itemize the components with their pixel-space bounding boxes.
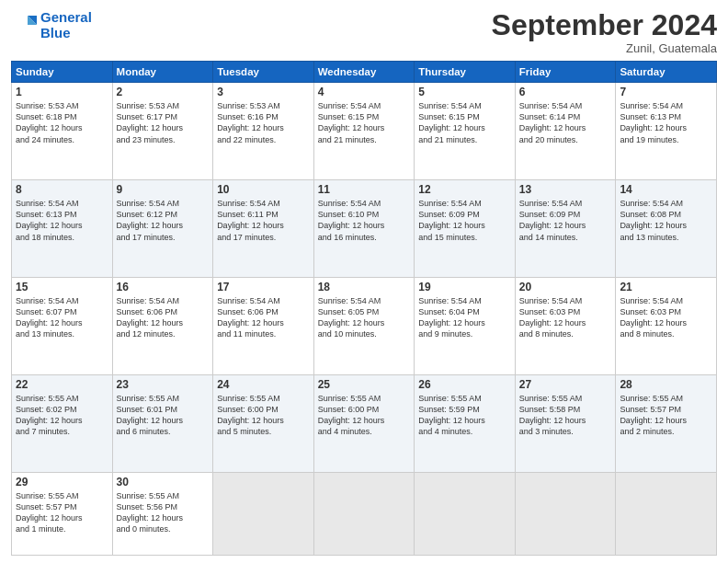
day-info-line: and 9 minutes. [418,328,511,339]
day-number: 12 [418,183,511,196]
day-info-line: Sunrise: 5:54 AM [117,295,210,306]
day-info-line: Sunset: 6:00 PM [318,404,411,415]
day-info-line: Sunrise: 5:55 AM [318,393,411,404]
day-info-line: Daylight: 12 hours [418,220,511,231]
calendar-week-2: 8Sunrise: 5:54 AMSunset: 6:13 PMDaylight… [12,180,717,278]
day-info-line: Sunrise: 5:55 AM [16,393,108,404]
day-number: 8 [16,183,108,196]
calendar-cell: 5Sunrise: 5:54 AMSunset: 6:15 PMDaylight… [415,83,516,180]
day-info-line: Daylight: 12 hours [117,122,210,133]
calendar-header-monday: Monday [112,62,213,83]
day-info-line: Sunset: 6:01 PM [117,404,210,415]
day-info-line: Sunset: 6:05 PM [318,306,411,317]
logo-text: General Blue [40,9,92,41]
calendar-cell: 27Sunrise: 5:55 AMSunset: 5:58 PMDayligh… [515,374,616,472]
day-number: 13 [519,183,612,196]
day-info-line: Sunrise: 5:54 AM [620,198,712,209]
day-number: 24 [217,378,310,391]
day-info-line: and 13 minutes. [620,232,712,243]
day-info-line: and 4 minutes. [418,426,511,437]
day-info-line: Daylight: 12 hours [519,122,612,133]
day-info-line: and 20 minutes. [519,134,612,145]
day-info-line: Daylight: 12 hours [318,317,411,328]
day-info-line: Sunset: 6:17 PM [117,111,210,122]
calendar-cell: 13Sunrise: 5:54 AMSunset: 6:09 PMDayligh… [515,180,616,278]
day-number: 29 [16,476,108,488]
day-info-line: Sunset: 6:15 PM [318,111,411,122]
day-number: 19 [418,281,511,293]
day-info-line: Daylight: 12 hours [16,415,108,426]
day-info-line: Daylight: 12 hours [418,317,511,328]
day-info-line: Sunrise: 5:54 AM [418,295,511,306]
calendar-cell: 7Sunrise: 5:54 AMSunset: 6:13 PMDaylight… [616,83,717,180]
day-info-line: Sunset: 6:18 PM [16,111,108,122]
day-info-line: Sunset: 6:11 PM [217,209,310,220]
day-info-line: Sunrise: 5:54 AM [117,198,210,209]
day-number: 1 [16,86,108,98]
day-info-line: Sunrise: 5:55 AM [620,393,712,404]
logo-blue: Blue [40,25,92,40]
day-info-line: and 7 minutes. [16,426,108,437]
day-info-line: Daylight: 12 hours [519,220,612,231]
day-info-line: and 13 minutes. [16,328,108,339]
day-info-line: Daylight: 12 hours [117,415,210,426]
day-info-line: and 0 minutes. [117,523,210,534]
day-info-line: Daylight: 12 hours [217,415,310,426]
day-info-line: Daylight: 12 hours [117,512,210,523]
calendar-cell [415,472,516,555]
day-info-line: Sunset: 5:57 PM [620,404,712,415]
day-number: 27 [519,378,612,391]
day-info-line: Sunset: 6:09 PM [519,209,612,220]
day-info-line: Sunset: 6:14 PM [519,111,612,122]
day-info-line: Sunrise: 5:54 AM [16,198,108,209]
day-info-line: and 8 minutes. [620,328,712,339]
calendar-cell [515,472,616,555]
calendar-cell: 16Sunrise: 5:54 AMSunset: 6:06 PMDayligh… [112,277,213,374]
day-info-line: Daylight: 12 hours [519,317,612,328]
day-info-line: and 6 minutes. [117,426,210,437]
day-number: 7 [620,86,712,98]
calendar-cell [313,472,415,555]
day-info-line: Sunset: 6:06 PM [217,306,310,317]
day-info-line: Sunset: 6:03 PM [620,306,712,317]
calendar-week-1: 1Sunrise: 5:53 AMSunset: 6:18 PMDaylight… [12,83,717,180]
day-info-line: Sunset: 6:10 PM [318,209,411,220]
day-info-line: Sunrise: 5:54 AM [418,198,511,209]
day-number: 11 [318,183,411,196]
calendar-cell: 29Sunrise: 5:55 AMSunset: 5:57 PMDayligh… [12,472,113,555]
day-number: 4 [318,86,411,98]
day-number: 15 [16,281,108,293]
day-number: 5 [418,86,511,98]
day-info-line: Sunset: 6:03 PM [519,306,612,317]
day-info-line: and 3 minutes. [519,426,612,437]
day-info-line: Sunset: 6:08 PM [620,209,712,220]
calendar-cell: 22Sunrise: 5:55 AMSunset: 6:02 PMDayligh… [12,374,113,472]
day-info-line: Sunset: 6:16 PM [217,111,310,122]
day-info-line: Sunset: 5:58 PM [519,404,612,415]
day-info-line: Sunset: 5:56 PM [117,501,210,512]
calendar-cell: 20Sunrise: 5:54 AMSunset: 6:03 PMDayligh… [515,277,616,374]
day-info-line: Daylight: 12 hours [16,220,108,231]
page: General Blue September 2024 Zunil, Guate… [0,0,728,563]
calendar-cell: 14Sunrise: 5:54 AMSunset: 6:08 PMDayligh… [616,180,717,278]
day-info-line: and 2 minutes. [620,426,712,437]
day-info-line: Sunrise: 5:54 AM [519,198,612,209]
calendar-cell: 30Sunrise: 5:55 AMSunset: 5:56 PMDayligh… [112,472,213,555]
day-info-line: and 16 minutes. [318,232,411,243]
day-info-line: Daylight: 12 hours [318,220,411,231]
calendar-week-3: 15Sunrise: 5:54 AMSunset: 6:07 PMDayligh… [12,277,717,374]
day-info-line: Sunrise: 5:54 AM [217,198,310,209]
day-info-line: Sunset: 6:13 PM [620,111,712,122]
day-number: 18 [318,281,411,293]
calendar-cell: 3Sunrise: 5:53 AMSunset: 6:16 PMDaylight… [213,83,314,180]
day-number: 28 [620,378,712,391]
day-info-line: Sunset: 6:12 PM [117,209,210,220]
calendar-cell: 23Sunrise: 5:55 AMSunset: 6:01 PMDayligh… [112,374,213,472]
day-number: 17 [217,281,310,293]
calendar-cell: 10Sunrise: 5:54 AMSunset: 6:11 PMDayligh… [213,180,314,278]
day-info-line: Sunrise: 5:54 AM [318,295,411,306]
day-info-line: Daylight: 12 hours [16,317,108,328]
day-info-line: Daylight: 12 hours [318,122,411,133]
calendar-header-sunday: Sunday [12,62,113,83]
day-info-line: Sunset: 5:59 PM [418,404,511,415]
